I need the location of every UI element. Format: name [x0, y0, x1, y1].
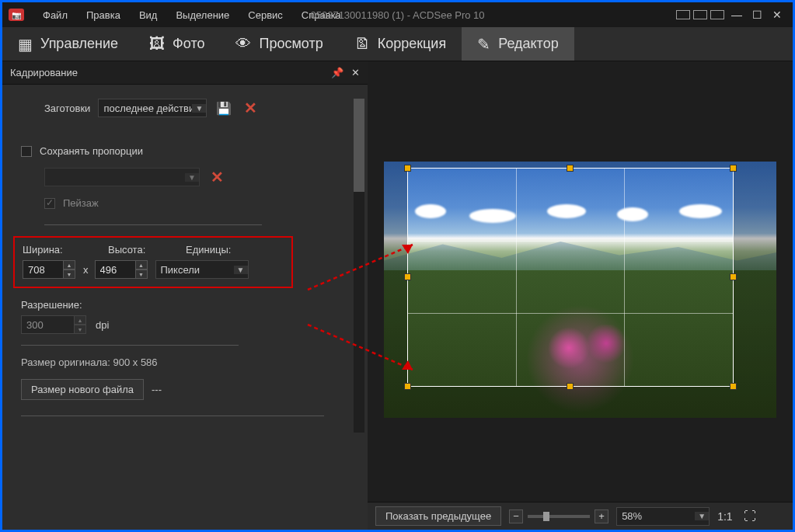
delete-preset-icon[interactable]: ✕: [241, 99, 260, 117]
x-separator: x: [83, 264, 89, 276]
menu-selection[interactable]: Выделение: [166, 6, 239, 24]
bottom-bar: Показать предыдущее − + 58% ▼ 1:1 ⛶: [368, 502, 793, 530]
menu-view[interactable]: Вид: [130, 6, 167, 24]
menu-file[interactable]: Файл: [33, 6, 77, 24]
divider: [44, 224, 262, 225]
panel-close-icon[interactable]: ✕: [351, 67, 360, 78]
new-file-size-button[interactable]: Размер нового файла: [21, 379, 144, 400]
app-window: Файл Правка Вид Выделение Сервис Справка…: [0, 0, 795, 532]
fullscreen-icon[interactable]: ⛶: [741, 507, 759, 526]
divider: [21, 345, 239, 346]
resolution-input[interactable]: [21, 315, 74, 334]
chevron-down-icon: ▼: [185, 173, 199, 182]
crop-handle-nw[interactable]: [404, 165, 411, 172]
chevron-down-icon: ▼: [234, 266, 248, 274]
chevron-down-icon: ▼: [695, 512, 709, 520]
mode-tabs: ▦ Управление 🖼 Фото 👁 Просмотр 🖻 Коррекц…: [2, 27, 793, 61]
height-label: Высота:: [108, 244, 186, 256]
workspace: Кадрирование 📌 ✕ Заготовки последнее дей…: [2, 61, 793, 530]
height-spin-down[interactable]: ▼: [135, 269, 148, 279]
original-size-label: Размер оригинала: 900 x 586: [21, 356, 349, 368]
tab-editor-label: Редактор: [498, 36, 558, 52]
width-input[interactable]: [23, 260, 63, 279]
tool-panel: Кадрирование 📌 ✕ Заготовки последнее дей…: [2, 61, 368, 530]
tab-photo[interactable]: 🖼 Фото: [134, 27, 220, 61]
image-preview[interactable]: [384, 162, 776, 418]
new-file-size-value: ---: [152, 384, 162, 395]
wand-icon: ✎: [477, 35, 490, 54]
scroll-thumb[interactable]: [354, 99, 364, 192]
app-icon: [9, 9, 24, 21]
width-field[interactable]: ▲▼: [23, 260, 77, 279]
crop-handle-s[interactable]: [567, 383, 574, 390]
panel-header: Кадрирование 📌 ✕: [2, 61, 368, 85]
zoom-track[interactable]: [528, 515, 590, 518]
crop-rectangle[interactable]: [407, 168, 734, 387]
tab-manage-label: Управление: [40, 36, 118, 52]
crop-handle-e[interactable]: [730, 273, 737, 280]
menu-tools[interactable]: Сервис: [239, 6, 292, 24]
landscape-label: Пейзаж: [63, 197, 99, 209]
crop-handle-ne[interactable]: [730, 165, 737, 172]
fit-actual-button[interactable]: 1:1: [717, 510, 732, 523]
menu-edit[interactable]: Правка: [77, 6, 130, 24]
resolution-field[interactable]: ▲▼: [21, 315, 88, 334]
width-label: Ширина:: [23, 244, 108, 256]
crop-handle-se[interactable]: [730, 383, 737, 390]
tab-adjust[interactable]: 🖻 Коррекция: [339, 27, 462, 61]
layout-btn-2[interactable]: [693, 10, 707, 19]
minimize-button[interactable]: —: [727, 8, 746, 22]
divider: [21, 416, 324, 416]
panel-body: Заготовки последнее действие ▼ 💾 ✕ Сохра…: [2, 85, 368, 530]
chevron-down-icon: ▼: [192, 104, 206, 113]
window-title: 05027130011980 (1) - ACDSee Pro 10: [310, 9, 484, 21]
width-spin-down[interactable]: ▼: [63, 269, 75, 279]
maximize-button[interactable]: ☐: [748, 8, 766, 22]
height-spin-up[interactable]: ▲: [135, 260, 148, 269]
adjust-icon: 🖻: [354, 35, 370, 53]
show-previous-button[interactable]: Показать предыдущее: [375, 506, 501, 526]
zoom-slider: − +: [509, 509, 608, 523]
clear-ratio-icon[interactable]: ✕: [207, 168, 226, 186]
height-input[interactable]: [95, 260, 135, 279]
landscape-checkbox[interactable]: [44, 198, 55, 209]
ratio-combo[interactable]: ▼: [44, 168, 200, 186]
pin-icon[interactable]: 📌: [331, 67, 343, 78]
layout-btn-1[interactable]: [676, 10, 690, 19]
zoom-combo[interactable]: 58% ▼: [616, 507, 710, 526]
canvas-area: Показать предыдущее − + 58% ▼ 1:1 ⛶: [368, 61, 793, 530]
photo-icon: 🖼: [149, 35, 165, 53]
panel-title: Кадрирование: [10, 67, 78, 78]
titlebar: Файл Правка Вид Выделение Сервис Справка…: [2, 2, 793, 27]
grid-icon: ▦: [18, 35, 33, 54]
keep-ratio-label: Сохранять пропорции: [40, 145, 143, 157]
crop-handle-n[interactable]: [567, 165, 574, 172]
res-spin-down[interactable]: ▼: [74, 325, 86, 334]
units-combo[interactable]: Пиксели ▼: [155, 260, 249, 279]
width-spin-up[interactable]: ▲: [63, 260, 75, 269]
zoom-thumb[interactable]: [543, 512, 549, 521]
res-spin-up[interactable]: ▲: [74, 315, 86, 325]
units-label: Единицы:: [186, 244, 271, 256]
height-field[interactable]: ▲▼: [95, 260, 149, 279]
eye-icon: 👁: [235, 35, 251, 53]
presets-combo[interactable]: последнее действие ▼: [98, 99, 207, 117]
tab-view[interactable]: 👁 Просмотр: [220, 27, 338, 61]
canvas-viewport[interactable]: [368, 61, 793, 502]
tab-manage[interactable]: ▦ Управление: [2, 27, 134, 61]
dimensions-group: Ширина: Высота: Единицы: ▲▼ x ▲▼: [13, 236, 293, 288]
save-preset-icon[interactable]: 💾: [214, 99, 233, 117]
keep-ratio-checkbox[interactable]: [21, 146, 32, 157]
tab-photo-label: Фото: [173, 36, 204, 52]
panel-scrollbar[interactable]: [354, 99, 364, 433]
resolution-label: Разрешение:: [21, 299, 349, 311]
crop-handle-w[interactable]: [404, 273, 411, 280]
tab-view-label: Просмотр: [259, 36, 323, 52]
zoom-out-button[interactable]: −: [509, 509, 523, 523]
layout-btn-3[interactable]: [710, 10, 724, 19]
close-button[interactable]: ✕: [768, 8, 786, 22]
crop-handle-sw[interactable]: [404, 383, 411, 390]
resolution-unit: dpi: [96, 319, 109, 331]
zoom-in-button[interactable]: +: [595, 509, 608, 523]
tab-editor[interactable]: ✎ Редактор: [462, 27, 574, 61]
